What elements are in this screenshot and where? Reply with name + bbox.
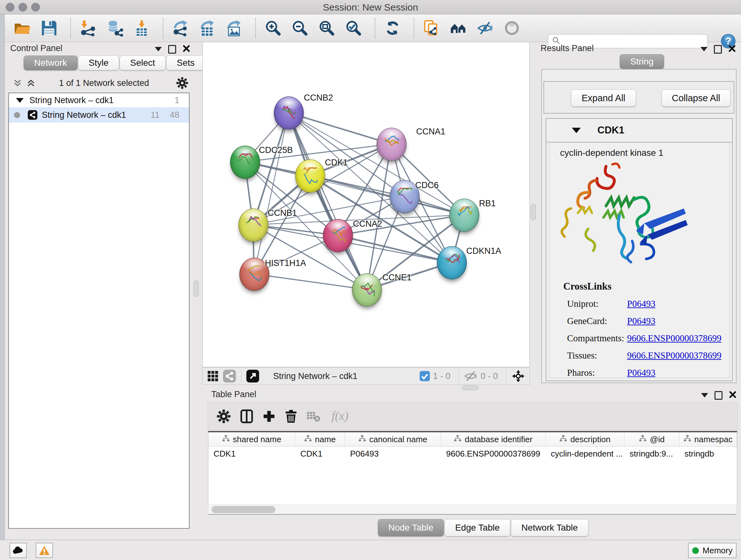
panel-menu-icon[interactable] [701, 393, 708, 397]
tab-edge-table[interactable]: Edge Table [445, 519, 510, 537]
network-collection-label: String Network – cdk1 [29, 96, 165, 105]
scrollbar-thumb[interactable] [212, 506, 275, 513]
export-table-button[interactable] [199, 19, 216, 37]
column-header-database-identifier[interactable]: database identifier [441, 432, 546, 446]
column-header-namespac[interactable]: namespac [679, 432, 737, 446]
network-collection-row[interactable]: String Network – cdk1 1 [9, 93, 189, 107]
column-header-name[interactable]: name [295, 432, 345, 446]
show-hide-graphics-button[interactable] [476, 19, 494, 37]
table-cell[interactable]: CDK1 [295, 447, 345, 461]
crosslink-link[interactable]: P06493 [627, 316, 656, 326]
tab-string[interactable]: String [620, 54, 664, 69]
panel-float-icon[interactable] [714, 45, 722, 54]
crosslink-link[interactable]: 9606.ENSP00000378699 [627, 333, 722, 344]
table-cell[interactable]: stringdb [679, 447, 737, 461]
crosslink-link[interactable]: P06493 [627, 299, 656, 309]
left-splitter-handle[interactable] [194, 280, 199, 297]
crosshair-fit-icon[interactable] [512, 369, 525, 383]
network-node-CDK1[interactable] [295, 159, 325, 192]
column-header-description[interactable]: description [546, 432, 624, 446]
table-cell[interactable]: cyclin-dependent ... [546, 447, 624, 461]
right-splitter-handle[interactable] [531, 204, 536, 220]
network-edge[interactable] [254, 274, 367, 290]
network-node-CCNE1[interactable] [352, 273, 382, 307]
memory-button[interactable]: Memory [688, 543, 737, 558]
panel-menu-icon[interactable] [155, 47, 162, 51]
network-node-CCNA2[interactable] [323, 219, 353, 252]
table-row[interactable]: CDK1CDK1P064939606.ENSP00000378699cyclin… [208, 447, 737, 461]
tab-node-table[interactable]: Node Table [378, 519, 444, 537]
warning-button[interactable] [36, 543, 53, 558]
save-session-button[interactable] [40, 19, 58, 37]
tab-style[interactable]: Style [78, 56, 119, 70]
table-cell[interactable]: CDK1 [208, 447, 295, 461]
panel-close-icon[interactable] [183, 45, 190, 54]
panel-menu-icon[interactable] [700, 47, 708, 51]
delete-column-trash-icon[interactable] [285, 409, 297, 423]
table-horizontal-scrollbar[interactable] [208, 504, 737, 515]
column-header-canonical-name[interactable]: canonical name [345, 432, 441, 446]
table-cell[interactable]: stringdb:9... [624, 447, 679, 461]
tree-expand-icon[interactable] [16, 98, 23, 103]
collapse-all-icon[interactable] [13, 78, 22, 88]
crosslink-link[interactable]: P06493 [627, 368, 656, 378]
network-node-CDC25B[interactable] [230, 145, 260, 179]
crosslink-link[interactable]: 9606.ENSP00000378699 [627, 350, 722, 361]
network-node-CCNB1[interactable] [239, 208, 268, 242]
import-network-from-database-button[interactable] [106, 19, 124, 37]
zoom-fit-content-button[interactable] [318, 19, 336, 37]
network-view-canvas[interactable]: CCNB2CCNA1CDC25BCDK1CDC6RB1CCNB1CCNA2CDK… [202, 42, 530, 367]
network-edge[interactable] [310, 176, 464, 215]
table-cell[interactable]: 9606.ENSP00000378699 [441, 447, 546, 461]
network-share-view-icon[interactable] [223, 370, 236, 382]
show-columns-icon[interactable] [240, 409, 253, 423]
network-node-CCNA1[interactable] [377, 128, 407, 161]
column-header-shared-name[interactable]: shared name [208, 432, 295, 446]
panel-float-icon[interactable] [715, 391, 723, 400]
network-edge[interactable] [338, 235, 452, 262]
tab-network-table[interactable]: Network Table [511, 519, 589, 537]
grid-view-icon[interactable] [207, 370, 219, 382]
network-edge[interactable] [254, 113, 288, 274]
export-image-button[interactable] [225, 19, 243, 37]
panel-close-icon[interactable] [728, 45, 736, 54]
birdseye-view-icon[interactable] [246, 370, 259, 382]
refresh-button[interactable] [384, 19, 401, 37]
zoom-selected-button[interactable] [345, 19, 362, 37]
network-edge[interactable] [288, 113, 391, 144]
table-tabs: Node TableEdge TableNetwork Table [378, 519, 589, 537]
tab-network[interactable]: Network [23, 56, 77, 70]
collapse-all-button[interactable]: Collapse All [662, 89, 731, 107]
import-table-from-file-button[interactable] [133, 19, 151, 37]
entry-header[interactable]: CDK1 [546, 119, 732, 142]
entry-collapse-icon[interactable] [572, 128, 581, 133]
hidden-eye-icon[interactable] [464, 370, 477, 382]
add-column-icon[interactable] [263, 410, 275, 423]
tab-sets[interactable]: Sets [166, 56, 205, 70]
panel-close-icon[interactable] [729, 391, 737, 400]
table-settings-gear-icon[interactable] [217, 409, 231, 423]
open-session-button[interactable] [13, 19, 31, 37]
expand-all-icon[interactable] [26, 78, 36, 88]
export-network-button[interactable] [172, 19, 190, 37]
column-header--id[interactable]: @id [624, 432, 679, 446]
zoom-in-button[interactable] [264, 19, 282, 37]
table-cell[interactable]: P06493 [345, 447, 441, 461]
gear-icon[interactable] [172, 77, 185, 89]
inactive-indicator-button[interactable] [503, 19, 521, 37]
cloud-button[interactable] [10, 543, 27, 558]
zoom-out-button[interactable] [291, 19, 309, 37]
expand-all-button[interactable]: Expand All [571, 89, 636, 107]
function-builder-icon[interactable]: f(x) [330, 409, 353, 423]
panel-float-icon[interactable] [168, 45, 176, 54]
clone-network-button[interactable] [422, 19, 441, 37]
network-row-selected[interactable]: String Network – cdk1 11 48 [9, 107, 189, 123]
network-node-CCNB2[interactable] [274, 97, 304, 130]
network-node-CDKN1A[interactable] [437, 246, 467, 279]
import-network-from-file-button[interactable] [79, 19, 97, 37]
delete-table-icon[interactable] [307, 410, 321, 422]
network-node-RB1[interactable] [449, 199, 479, 232]
selected-checkbox-icon[interactable] [420, 371, 430, 381]
string-home-button[interactable] [449, 19, 467, 37]
tab-select[interactable]: Select [120, 56, 165, 70]
